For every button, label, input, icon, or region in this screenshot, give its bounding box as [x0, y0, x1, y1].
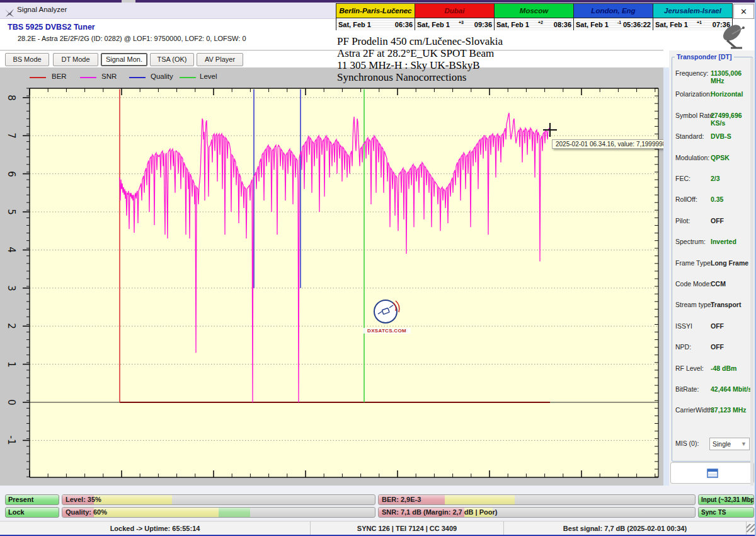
transponder-value: 2/3 — [711, 175, 720, 182]
meter-snr: SNR: 7,1 dB (Margin: 2,7 dB | Poor) — [378, 507, 696, 518]
transponder-list-button[interactable] — [670, 462, 754, 484]
mis-select[interactable]: Single▼ — [709, 438, 750, 450]
indicator-lock: Lock — [5, 507, 59, 518]
window-title: Signal Analyzer — [17, 6, 67, 13]
clock-london-eng: London, EngSat, Feb 1-105:36:22 — [574, 3, 653, 30]
annotation-line: Astra 2F at 28.2°E_UK SPOT Beam — [337, 47, 690, 59]
legend-label-ber: BER — [52, 73, 67, 80]
transponder-label: FEC: — [675, 175, 690, 182]
toolbar-button-bs-mode[interactable]: BS Mode — [5, 53, 49, 66]
transponder-label: BitRate: — [675, 385, 699, 393]
clock-utc-offset: -1 — [617, 20, 621, 25]
meter-level: Level: 35% — [62, 494, 375, 505]
transponder-value: -48 dBm — [711, 364, 736, 372]
transponder-title: Transponder [DT] — [675, 53, 734, 61]
y-axis-tick-label: 4 — [4, 242, 17, 258]
meter-segment-yellow — [445, 495, 514, 504]
transponder-value: 0.35 — [711, 195, 723, 203]
clock-moscow: MoscowSat, Feb 1+208:36 — [495, 3, 574, 30]
close-button[interactable]: ✕ — [733, 4, 754, 19]
transponder-value: DVB-S — [711, 132, 731, 140]
clock-time-row: Sat, Feb 1+309:36 — [415, 18, 494, 30]
transponder-value: QPSK — [711, 154, 730, 161]
transponder-label: Stream type: — [675, 301, 713, 308]
crosshair-cursor-icon — [549, 123, 551, 137]
resize-grip-icon[interactable] — [747, 524, 755, 532]
transponder-label: Code Mode: — [675, 280, 711, 288]
toolbar-button-signal-mon-[interactable]: Signal Mon. — [101, 53, 147, 66]
transponder-label: ISSYI — [675, 322, 692, 330]
y-axis-tick-label: 5 — [4, 204, 17, 220]
legend-label-quality: Quality — [151, 73, 173, 80]
transponder-label: RF Level: — [675, 364, 704, 372]
meter-label: Level: 35% — [66, 495, 101, 504]
legend-swatch-ber — [30, 77, 46, 78]
transponder-value: 27499,696 KS/s — [711, 112, 755, 127]
clock-time: 09:36 — [474, 21, 492, 28]
world-clocks: Berlin-Paris-LučenecSat, Feb 106:36Dubai… — [336, 3, 733, 30]
clock-time-row: Sat, Feb 106:36 — [336, 18, 415, 30]
clock-city-name: Moscow — [495, 4, 573, 18]
clock-utc-offset: +1 — [697, 20, 702, 25]
clock-city-name: Jerusalem-Israel — [653, 4, 732, 18]
transponder-value: 11305,006 MHz — [711, 69, 755, 84]
clock-date: Sat, Feb 1 — [496, 21, 529, 28]
panel-scrollbar[interactable] — [750, 58, 753, 489]
clock-date: Sat, Feb 1 — [338, 21, 371, 28]
toolbar-button-dt-mode[interactable]: DT Mode — [53, 53, 98, 66]
clock-city-name: London, Eng — [574, 4, 653, 18]
clock-time-row: Sat, Feb 1-105:36:22 — [574, 18, 653, 30]
meter-ber: BER: 2,9E-3 — [378, 494, 696, 505]
legend-swatch-level — [180, 77, 196, 78]
transponder-label: Modulation: — [675, 154, 709, 161]
y-axis-tick-label: -1 — [4, 432, 17, 448]
transponder-value: Inverted — [711, 238, 736, 245]
clock-date: Sat, Feb 1 — [655, 21, 688, 28]
meter-segment-green — [219, 508, 250, 517]
clock-utc-offset: +2 — [538, 20, 543, 25]
y-axis-tick-label: 8 — [4, 90, 17, 106]
meter-segment-yellow — [94, 508, 219, 517]
signal-analyzer-window: Signal Analyzer TBS 5925 DVBS2 Tuner 28.… — [0, 0, 756, 536]
annotation-overlay: PF Prodelin 450 cm/Lučenec-Slovakia Astr… — [337, 35, 690, 83]
annotation-line: 11 305 MHz-H : Sky UK-BSkyB — [337, 59, 690, 71]
y-axis-tick-label: 1 — [4, 356, 17, 373]
tuner-title: TBS 5925 DVBS2 Tuner — [8, 23, 95, 32]
dxsatcs-emblem-icon — [372, 298, 402, 325]
clock-time-row: Sat, Feb 1+208:36 — [495, 18, 573, 30]
indicator-sync: Sync TS — [698, 507, 754, 518]
toolbar-button-av-player[interactable]: AV Player — [197, 53, 243, 66]
table-icon — [707, 469, 718, 478]
clock-dubai: DubaiSat, Feb 1+309:36 — [415, 3, 495, 30]
transponder-label: Frequency: — [675, 69, 709, 77]
transponder-label: Spectrum: — [675, 238, 706, 245]
legend-swatch-quality — [129, 77, 146, 78]
clock-berlin-paris-lu-enec: Berlin-Paris-LučenecSat, Feb 106:36 — [336, 3, 415, 30]
y-axis-tick-label: 6 — [4, 166, 17, 182]
transponder-value: Transport — [711, 301, 741, 308]
app-dish-icon — [4, 8, 14, 18]
toolbar-button-tsa-ok-[interactable]: TSA (OK) — [150, 53, 194, 66]
transponder-value: OFF — [711, 322, 724, 330]
clock-time: 08:36 — [554, 21, 571, 28]
transponder-label: Symbol Rate: — [675, 112, 715, 119]
transponder-value: 42,464 Mbit/s — [711, 385, 752, 393]
transponder-value: OFF — [711, 343, 724, 351]
transponder-label: RollOff: — [675, 195, 697, 203]
indicator-present: Present — [5, 494, 59, 505]
y-axis-tick-label: 3 — [4, 280, 17, 296]
snr-series-line — [120, 113, 549, 402]
transponder-label: Polarization: — [675, 90, 712, 98]
transponder-label: NPD: — [675, 343, 691, 351]
dxsatcs-logo-text: DXSATCS.COM — [363, 328, 411, 334]
clock-date: Sat, Feb 1 — [576, 21, 609, 28]
legend-label-snr: SNR — [101, 73, 117, 80]
meter-quality: Quality: 60% — [62, 507, 375, 518]
panel-splitter[interactable] — [663, 67, 669, 486]
tuner-subtitle: 28.2E - Astra 2E/2F/2G (ID: 0282) @ LOF1… — [18, 35, 246, 42]
annotation-line: Synchronous Nanocorrections — [337, 71, 690, 83]
meter-label: Quality: 60% — [66, 508, 107, 517]
status-bar: Locked -> Uptime: 65:55:14SYNC 126 | TEI… — [0, 521, 756, 535]
transponder-value: CCM — [711, 280, 726, 288]
statusbar-cell: Best signal: 7,7 dB (2025-02-01 00:34) — [504, 521, 747, 535]
